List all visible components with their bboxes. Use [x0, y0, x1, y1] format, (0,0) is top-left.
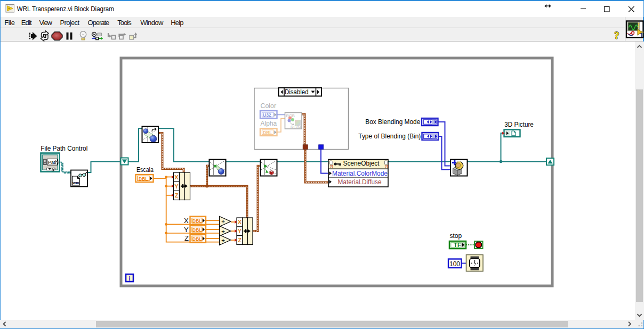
svg-text:WRL: WRL — [73, 182, 80, 185]
svg-text:Window: Window — [140, 19, 164, 27]
svg-text:Tools: Tools — [117, 19, 132, 27]
svg-text:?!: ?! — [385, 164, 389, 168]
svg-text:100: 100 — [449, 260, 460, 268]
svg-text:1: 1 — [640, 32, 643, 38]
svg-text:Escala: Escala — [136, 166, 154, 174]
svg-text:U32: U32 — [263, 112, 271, 118]
svg-text:File: File — [4, 19, 15, 27]
svg-text:DBL: DBL — [263, 130, 272, 135]
svg-text:÷: ÷ — [221, 237, 224, 243]
svg-text:Color: Color — [261, 102, 277, 110]
svg-text:Type of Blending (Bin): Type of Blending (Bin) — [358, 133, 421, 140]
svg-text:RGBA: RGBA — [291, 125, 302, 129]
svg-text:DBL: DBL — [139, 176, 148, 182]
svg-text:DBL: DBL — [192, 236, 202, 242]
svg-text:View: View — [39, 19, 53, 27]
svg-text:Z: Z — [184, 234, 189, 242]
svg-text:Z: Z — [175, 192, 179, 199]
svg-text:Material.ColorMode: Material.ColorMode — [332, 169, 388, 177]
svg-text:T: T — [454, 242, 457, 248]
svg-text:Y: Y — [238, 228, 242, 234]
svg-text:DBL: DBL — [192, 227, 202, 233]
svg-text:Disabled: Disabled — [285, 88, 309, 96]
svg-text:Y: Y — [174, 183, 179, 190]
svg-text:stop: stop — [450, 232, 462, 240]
svg-text:DBL: DBL — [192, 218, 202, 224]
svg-text:Operate: Operate — [88, 19, 110, 27]
svg-text:X: X — [238, 219, 242, 225]
svg-text:Box Blending Mode: Box Blending Mode — [365, 118, 420, 126]
svg-text:?!: ?! — [330, 164, 334, 168]
svg-text:Project: Project — [60, 19, 80, 27]
svg-text:Path: Path — [48, 160, 58, 165]
svg-text:Help: Help — [171, 19, 183, 27]
svg-text:÷: ÷ — [221, 218, 224, 225]
svg-text:Edit: Edit — [21, 19, 32, 27]
svg-text:?: ? — [615, 30, 619, 41]
svg-text:Material.Diffuse: Material.Diffuse — [338, 178, 382, 186]
svg-text:3D Picture: 3D Picture — [504, 121, 534, 128]
svg-text:SceneObject: SceneObject — [343, 159, 380, 167]
svg-text:÷: ÷ — [221, 228, 224, 234]
svg-text:X: X — [184, 217, 189, 225]
svg-text:Z: Z — [238, 237, 241, 243]
svg-text:File Path Control: File Path Control — [41, 145, 87, 152]
svg-text:Alpha: Alpha — [261, 119, 277, 127]
svg-text:F: F — [457, 242, 461, 248]
svg-text:Y: Y — [184, 226, 189, 234]
svg-text:WRL Transperenz.vi Block Diagr: WRL Transperenz.vi Block Diagram — [17, 5, 114, 13]
svg-text:X: X — [174, 174, 179, 180]
svg-text:i: i — [128, 275, 130, 282]
